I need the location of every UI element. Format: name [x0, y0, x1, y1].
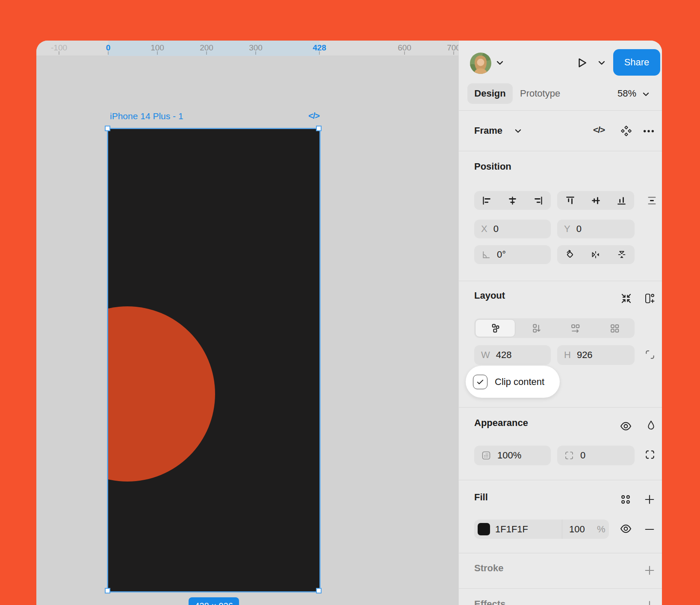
angle-icon — [481, 250, 491, 260]
add-fill-icon[interactable] — [644, 493, 656, 505]
align-center-horizontal-button[interactable] — [500, 191, 526, 210]
dev-mode-code-icon[interactable]: </> — [593, 125, 605, 135]
add-auto-layout-icon[interactable] — [644, 293, 655, 304]
layout-freeform-segment[interactable] — [475, 319, 515, 337]
position-section-title: Position — [474, 161, 511, 172]
avatar-chevron-down-icon[interactable] — [496, 61, 503, 65]
avatar[interactable] — [470, 53, 491, 74]
clip-content-checkbox[interactable] — [473, 375, 487, 389]
distribute-spacing-icon[interactable] — [646, 195, 658, 206]
independent-corners-icon[interactable] — [644, 449, 656, 460]
add-effect-icon[interactable] — [644, 599, 656, 605]
blend-droplet-icon[interactable] — [645, 419, 657, 432]
stroke-section-title: Stroke — [474, 563, 503, 574]
fill-color-row[interactable]: 1F1F1F 100 % — [474, 520, 609, 539]
align-bottom-button[interactable] — [608, 191, 634, 210]
fill-hex-value[interactable]: 1F1F1F — [495, 524, 528, 535]
fill-visibility-eye-icon[interactable] — [620, 523, 632, 535]
tab-prototype[interactable]: Prototype — [520, 83, 560, 104]
zoom-chevron-down-icon[interactable] — [643, 92, 649, 97]
toolbar-divider — [459, 110, 662, 111]
y-position-field[interactable]: Y 0 — [557, 220, 635, 238]
rotate-90-button[interactable] — [557, 245, 583, 264]
x-field-label: X — [481, 223, 487, 235]
selection-handle-bottom-right[interactable] — [316, 588, 322, 593]
flip-horizontal-button[interactable] — [583, 245, 608, 264]
ruler-selection-band — [108, 41, 319, 56]
add-stroke-icon[interactable] — [644, 564, 656, 576]
fill-opacity-unit: % — [597, 524, 605, 535]
height-field-value: 926 — [577, 349, 593, 361]
flip-vertical-button[interactable] — [609, 245, 635, 264]
present-chevron-down-icon[interactable] — [598, 61, 605, 65]
clip-content-control[interactable]: Clip content — [466, 366, 560, 398]
present-play-icon[interactable] — [575, 56, 589, 70]
frame-section-title[interactable]: Frame — [474, 125, 502, 136]
height-field[interactable]: H 926 — [557, 345, 635, 365]
ruler-tick — [157, 51, 158, 55]
y-field-label: Y — [564, 223, 570, 235]
section-divider — [459, 151, 662, 151]
frame-label-row: iPhone 14 Plus - 1 </> — [108, 110, 319, 124]
design-canvas[interactable]: -1000100200300428600700 iPhone 14 Plus -… — [36, 41, 458, 605]
constrain-proportions-icon[interactable] — [644, 349, 656, 360]
vertical-align-group — [557, 191, 634, 210]
canvas-frame-title[interactable]: iPhone 14 Plus - 1 — [110, 111, 183, 121]
frame-chevron-down-icon[interactable] — [515, 129, 521, 133]
transform-group — [557, 245, 635, 264]
rotation-value: 0° — [497, 249, 506, 260]
height-field-label: H — [564, 349, 571, 361]
frame-code-icon[interactable]: </> — [308, 111, 319, 121]
rotation-field[interactable]: 0° — [474, 245, 551, 264]
horizontal-align-group — [474, 191, 551, 210]
align-right-button[interactable] — [525, 191, 551, 210]
fill-opacity-value[interactable]: 100 — [569, 524, 585, 535]
selection-size-badge: 428 × 926 — [189, 597, 239, 605]
component-icon[interactable] — [620, 125, 632, 137]
share-button[interactable]: Share — [613, 49, 660, 76]
layout-horizontal-segment[interactable] — [556, 318, 595, 338]
ruler-tick — [206, 51, 207, 55]
width-field-label: W — [481, 349, 490, 361]
ruler-tick — [319, 51, 320, 55]
align-top-button[interactable] — [557, 191, 583, 210]
more-options-icon[interactable] — [643, 127, 655, 135]
visibility-eye-icon[interactable] — [620, 420, 632, 432]
tab-design[interactable]: Design — [467, 83, 513, 104]
align-center-vertical-button[interactable] — [583, 191, 608, 210]
fill-color-swatch[interactable] — [478, 523, 490, 535]
y-field-value: 0 — [576, 223, 582, 235]
avatar-image — [470, 53, 491, 74]
layout-section-title: Layout — [474, 290, 505, 301]
iphone-frame-object[interactable] — [108, 129, 319, 591]
align-left-button[interactable] — [474, 191, 500, 210]
ruler-tick — [59, 51, 59, 55]
styles-library-icon[interactable] — [620, 493, 632, 505]
ruler-label: 700 — [447, 43, 458, 53]
appearance-section-title: Appearance — [474, 417, 528, 429]
opacity-value: 100% — [497, 450, 521, 461]
ruler-tick — [404, 51, 405, 55]
checkmark-icon — [476, 378, 484, 386]
section-divider — [459, 281, 662, 281]
clipped-circle-shape[interactable] — [108, 306, 215, 482]
resize-to-fit-icon[interactable] — [620, 293, 632, 304]
layout-grid-segment[interactable] — [595, 318, 635, 338]
opacity-field[interactable]: 100% — [474, 446, 551, 465]
section-divider — [459, 480, 662, 480]
opacity-icon — [481, 450, 491, 461]
fill-section-title: Fill — [474, 492, 488, 503]
zoom-level-value[interactable]: 58% — [617, 83, 636, 104]
fill-chip-separator — [562, 520, 562, 539]
corner-radius-field[interactable]: 0 — [557, 446, 635, 465]
corner-radius-value: 0 — [580, 450, 585, 461]
layout-vertical-segment[interactable] — [516, 318, 555, 338]
ruler-tick — [108, 51, 109, 55]
selection-handle-top-left[interactable] — [105, 126, 110, 131]
layout-mode-control — [474, 318, 635, 338]
x-position-field[interactable]: X 0 — [474, 220, 551, 238]
selection-handle-top-right[interactable] — [316, 126, 322, 131]
width-field[interactable]: W 428 — [474, 345, 551, 365]
selection-handle-bottom-left[interactable] — [105, 588, 110, 593]
remove-fill-icon[interactable] — [644, 523, 656, 535]
